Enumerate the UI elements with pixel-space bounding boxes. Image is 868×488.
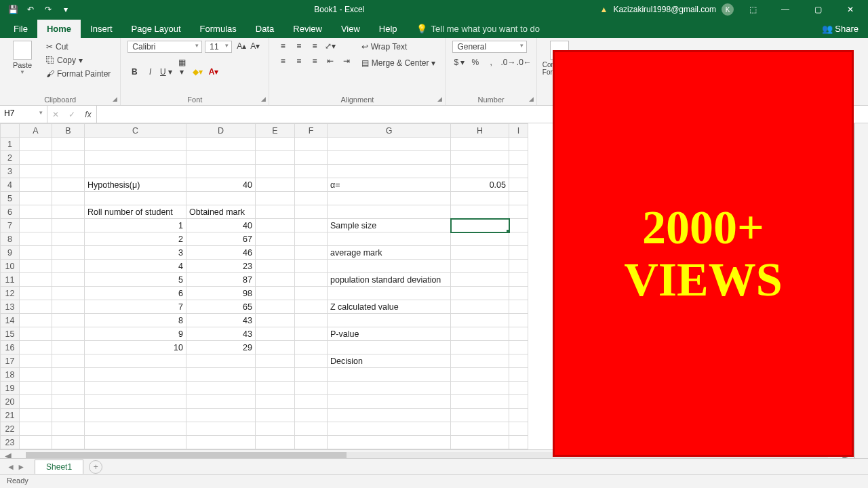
worksheet-grid[interactable]: ABCDEFGHI1234Hypothesis(μ)40α=0.0556Roll…	[0, 123, 528, 449]
cell-C3[interactable]	[85, 165, 186, 178]
row-header[interactable]: 12	[1, 287, 20, 300]
cell-H5[interactable]	[451, 192, 509, 205]
cell-C17[interactable]	[85, 354, 186, 368]
cell-A3[interactable]	[20, 165, 52, 178]
cell-C21[interactable]	[85, 409, 186, 422]
accounting-icon[interactable]: $ ▾	[452, 57, 466, 68]
cell-D6[interactable]: Obtained mark	[186, 205, 256, 219]
cell-D4[interactable]: 40	[186, 178, 256, 192]
cell-G2[interactable]	[328, 151, 451, 165]
cell-D3[interactable]	[186, 165, 256, 178]
cell-F23[interactable]	[295, 436, 328, 449]
cell-C6[interactable]: Roll number of student	[85, 205, 186, 219]
cell-C9[interactable]: 3	[85, 246, 186, 260]
cell-I8[interactable]	[509, 232, 528, 246]
user-email[interactable]: Kazizakirul1998@gmail.com	[613, 5, 716, 14]
cell-B11[interactable]	[52, 273, 85, 287]
cell-A6[interactable]	[20, 205, 52, 219]
cell-B6[interactable]	[52, 205, 85, 219]
tab-data[interactable]: Data	[246, 20, 283, 38]
row-header[interactable]: 8	[1, 232, 20, 246]
cell-C22[interactable]	[85, 422, 186, 436]
cell-B22[interactable]	[52, 422, 85, 436]
cell-E19[interactable]	[256, 382, 295, 395]
row-header[interactable]: 6	[1, 205, 20, 219]
cell-F14[interactable]	[295, 314, 328, 327]
font-name-select[interactable]: Calibri	[127, 41, 202, 53]
cell-G22[interactable]	[328, 422, 451, 436]
cell-F12[interactable]	[295, 287, 328, 300]
cell-A11[interactable]	[20, 273, 52, 287]
cell-G5[interactable]	[328, 192, 451, 205]
percent-icon[interactable]: %	[469, 57, 482, 68]
cell-H9[interactable]	[451, 246, 509, 260]
maximize-button[interactable]: ▢	[804, 5, 831, 14]
merge-center-button[interactable]: ▤Merge & Center ▾	[359, 57, 439, 69]
cell-E4[interactable]	[256, 178, 295, 192]
cell-I19[interactable]	[509, 382, 528, 395]
number-format-select[interactable]: General	[452, 41, 527, 53]
cell-I18[interactable]	[509, 368, 528, 382]
cell-I21[interactable]	[509, 409, 528, 422]
cell-B15[interactable]	[52, 327, 85, 341]
cell-G10[interactable]	[328, 260, 451, 273]
cell-D11[interactable]: 87	[186, 273, 256, 287]
cell-E21[interactable]	[256, 409, 295, 422]
cell-A20[interactable]	[20, 395, 52, 409]
align-right-icon[interactable]: ≡	[308, 56, 321, 66]
cell-H23[interactable]	[451, 436, 509, 449]
increase-indent-icon[interactable]: ⇥	[340, 56, 353, 66]
cell-F8[interactable]	[295, 232, 328, 246]
row-header[interactable]: 9	[1, 246, 20, 260]
cell-D23[interactable]	[186, 436, 256, 449]
decrease-indent-icon[interactable]: ⇤	[323, 56, 337, 66]
cell-F18[interactable]	[295, 368, 328, 382]
cell-H13[interactable]	[451, 300, 509, 314]
align-center-icon[interactable]: ≡	[292, 56, 306, 66]
cell-C1[interactable]	[85, 138, 186, 151]
cell-I14[interactable]	[509, 314, 528, 327]
cell-C11[interactable]: 5	[85, 273, 186, 287]
cell-D15[interactable]: 43	[186, 327, 256, 341]
cell-E9[interactable]	[256, 246, 295, 260]
cell-H8[interactable]	[451, 232, 509, 246]
cell-C18[interactable]	[85, 368, 186, 382]
col-header-I[interactable]: I	[509, 124, 528, 138]
cell-C5[interactable]	[85, 192, 186, 205]
border-button[interactable]: ▦ ▾	[175, 57, 189, 77]
cell-H18[interactable]	[451, 368, 509, 382]
cell-B7[interactable]	[52, 219, 85, 232]
cell-E2[interactable]	[256, 151, 295, 165]
row-header[interactable]: 17	[1, 354, 20, 368]
cell-A19[interactable]	[20, 382, 52, 395]
cell-I23[interactable]	[509, 436, 528, 449]
cell-D2[interactable]	[186, 151, 256, 165]
cell-D22[interactable]	[186, 422, 256, 436]
font-color-button[interactable]: A▾	[207, 66, 220, 77]
cell-B17[interactable]	[52, 354, 85, 368]
cell-E18[interactable]	[256, 368, 295, 382]
cell-G3[interactable]	[328, 165, 451, 178]
cell-A9[interactable]	[20, 246, 52, 260]
cell-H4[interactable]: 0.05	[451, 178, 509, 192]
cell-H21[interactable]	[451, 409, 509, 422]
cell-D7[interactable]: 40	[186, 219, 256, 232]
cell-B4[interactable]	[52, 178, 85, 192]
cell-C12[interactable]: 6	[85, 287, 186, 300]
cell-E3[interactable]	[256, 165, 295, 178]
cell-E8[interactable]	[256, 232, 295, 246]
row-header[interactable]: 14	[1, 314, 20, 327]
cell-G20[interactable]	[328, 395, 451, 409]
cell-I2[interactable]	[509, 151, 528, 165]
cell-G17[interactable]: Decision	[328, 354, 451, 368]
format-painter-button[interactable]: 🖌Format Painter	[43, 68, 113, 80]
cell-D18[interactable]	[186, 368, 256, 382]
cell-C14[interactable]: 8	[85, 314, 186, 327]
cell-G1[interactable]	[328, 138, 451, 151]
cell-G8[interactable]	[328, 232, 451, 246]
cell-E23[interactable]	[256, 436, 295, 449]
cell-B3[interactable]	[52, 165, 85, 178]
cell-A1[interactable]	[20, 138, 52, 151]
row-header[interactable]: 16	[1, 341, 20, 354]
cell-C15[interactable]: 9	[85, 327, 186, 341]
